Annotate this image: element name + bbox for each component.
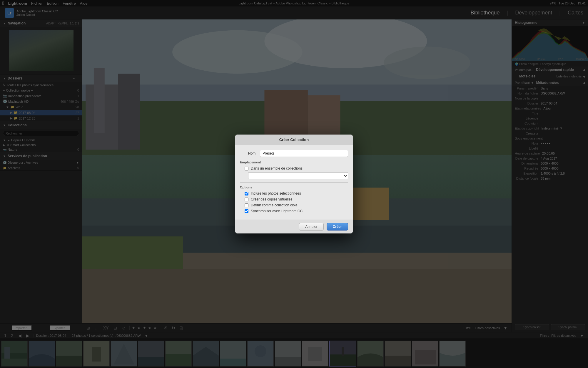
dialog-copies-row: Créer des copies virtuelles [240,197,348,201]
dialog-copies-label[interactable]: Créer des copies virtuelles [251,197,292,201]
dialog-title: Créer Collection [235,135,353,145]
dialog-overlay: Créer Collection Nom : Emplacement Dans … [0,0,588,368]
dialog-select-row [240,172,348,179]
dialog-sync-row: Synchroniser avec Lightroom CC [240,209,348,213]
dialog-footer: Annuler Créer [235,220,353,233]
dialog-nom-label: Nom : [240,151,258,155]
dialog-nom-input[interactable] [260,150,348,157]
creer-collection-dialog: Créer Collection Nom : Emplacement Dans … [235,135,353,233]
dialog-nom-row: Nom : [240,150,348,157]
dialog-divider [240,182,348,183]
dialog-ensemble-select[interactable] [248,172,348,179]
dialog-ensemble-row: Dans un ensemble de collections [240,166,348,170]
dialog-inclure-checkbox[interactable] [245,192,248,195]
dialog-cible-checkbox[interactable] [245,203,248,207]
dialog-body: Nom : Emplacement Dans un ensemble de co… [235,145,353,220]
dialog-creer-btn[interactable]: Créer [327,223,348,231]
dialog-sync-checkbox[interactable] [245,209,248,213]
dialog-cible-label[interactable]: Définir comme collection cible [251,203,298,207]
dialog-cible-row: Définir comme collection cible [240,203,348,207]
dialog-ensemble-label[interactable]: Dans un ensemble de collections [251,166,303,170]
dialog-ensemble-checkbox[interactable] [245,167,248,170]
dialog-inclure-label[interactable]: Inclure les photos sélectionnées [251,191,301,195]
dialog-annuler-btn[interactable]: Annuler [299,223,323,231]
dialog-emplacement-label: Emplacement [240,160,348,164]
dialog-options-label: Options [240,185,348,189]
dialog-copies-checkbox[interactable] [245,198,248,201]
dialog-sync-label[interactable]: Synchroniser avec Lightroom CC [251,209,303,213]
dialog-inclure-row: Inclure les photos sélectionnées [240,191,348,195]
